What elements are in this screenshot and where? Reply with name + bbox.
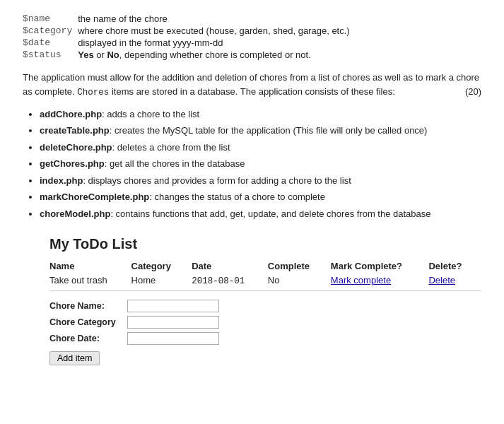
status-or: or xyxy=(94,49,107,60)
file-desc: : changes the status of a chore to compl… xyxy=(149,192,325,202)
list-item: deleteChore.php: deletes a chore from th… xyxy=(40,141,481,155)
file-name: index.php xyxy=(40,175,83,186)
chore-name-input[interactable] xyxy=(127,300,219,312)
var-desc-cell: the name of the chore xyxy=(78,13,355,25)
list-item: getChores.php: get all the chores in the… xyxy=(40,157,481,171)
file-desc: : get all the chores in the database xyxy=(105,158,245,169)
todo-column-header: Mark Complete? xyxy=(331,259,429,273)
desc-inline-code: Chores xyxy=(77,88,109,98)
status-suffix: , depending whether chore is completed o… xyxy=(119,49,311,60)
description-paragraph: The application must allow for the addit… xyxy=(23,71,481,100)
file-desc: : contains functions that add, get, upda… xyxy=(110,208,430,219)
todo-complete-cell: No xyxy=(268,273,331,291)
delete-link[interactable]: Delete xyxy=(428,273,481,291)
chore-date-label: Chore Date: xyxy=(49,334,127,343)
todo-name-cell: Take out trash xyxy=(49,273,131,291)
todo-title: My ToDo List xyxy=(49,236,481,252)
var-desc-cell: where chore must be executed (house, gar… xyxy=(78,25,355,37)
file-name: getChores.php xyxy=(40,158,105,169)
var-row: $namethe name of the chore xyxy=(23,13,356,25)
file-name: choreModel.php xyxy=(40,208,110,219)
var-desc-cell: displayed in the format yyyy-mm-dd xyxy=(78,37,355,49)
file-name: markChoreComplete.php xyxy=(40,192,149,202)
file-desc: : creates the MySQL table for the applic… xyxy=(110,125,428,136)
var-row: $statusYes or No, depending whether chor… xyxy=(23,49,356,61)
todo-table: NameCategoryDateCompleteMark Complete?De… xyxy=(49,259,481,291)
var-desc-cell: Yes or No, depending whether chore is co… xyxy=(78,49,355,61)
mark-complete-link[interactable]: Mark complete xyxy=(331,273,429,291)
chore-category-input[interactable] xyxy=(127,316,219,329)
list-item: addChore.php: adds a chore to the list xyxy=(40,107,481,122)
todo-column-header: Name xyxy=(49,259,131,273)
todo-column-header: Complete xyxy=(268,259,331,273)
list-item: markChoreComplete.php: changes the statu… xyxy=(40,190,481,204)
file-name: addChore.php xyxy=(40,109,102,119)
list-item: createTable.php: creates the MySQL table… xyxy=(40,124,481,138)
desc-text2: items are stored in a database. The appl… xyxy=(109,86,394,97)
form-row-date: Chore Date: xyxy=(49,332,481,345)
todo-category-cell: Home xyxy=(131,273,192,291)
form-row-category: Chore Category xyxy=(49,316,481,329)
form-row-name: Chore Name: xyxy=(49,300,481,312)
todo-column-header: Date xyxy=(192,259,268,273)
file-desc: : adds a chore to the list xyxy=(102,109,199,119)
status-yes: Yes xyxy=(78,49,93,60)
add-item-button[interactable]: Add item xyxy=(49,351,100,365)
chore-form: Chore Name: Chore Category Chore Date: A… xyxy=(49,300,481,365)
var-name-cell: $status xyxy=(23,49,78,61)
file-desc: : deletes a chore from the list xyxy=(112,142,230,153)
var-name-cell: $name xyxy=(23,13,78,25)
file-name: createTable.php xyxy=(40,125,110,136)
list-item: choreModel.php: contains functions that … xyxy=(40,207,481,221)
chore-category-label: Chore Category xyxy=(49,317,127,327)
score-badge: (20) xyxy=(465,85,481,99)
vars-table: $namethe name of the chore$categorywhere… xyxy=(23,13,356,61)
var-row: $categorywhere chore must be executed (h… xyxy=(23,25,356,37)
list-item: index.php: displays chores and provides … xyxy=(40,174,481,188)
delete-link-anchor[interactable]: Delete xyxy=(428,275,455,285)
chore-date-input[interactable] xyxy=(127,332,219,345)
var-name-cell: $date xyxy=(23,37,78,49)
todo-column-header: Delete? xyxy=(428,259,481,273)
files-list: addChore.php: adds a chore to the listcr… xyxy=(40,107,481,221)
todo-column-header: Category xyxy=(131,259,192,273)
status-no: No xyxy=(107,49,119,60)
var-row: $datedisplayed in the format yyyy-mm-dd xyxy=(23,37,356,49)
table-row: Take out trashHome2018-08-01NoMark compl… xyxy=(49,273,481,291)
mark-complete-link-anchor[interactable]: Mark complete xyxy=(331,275,391,285)
todo-date-cell: 2018-08-01 xyxy=(192,273,268,291)
todo-section: My ToDo List NameCategoryDateCompleteMar… xyxy=(23,236,481,365)
file-desc: : displays chores and provides a form fo… xyxy=(83,175,351,186)
file-name: deleteChore.php xyxy=(40,142,112,153)
chore-name-label: Chore Name: xyxy=(49,301,127,311)
var-name-cell: $category xyxy=(23,25,78,37)
